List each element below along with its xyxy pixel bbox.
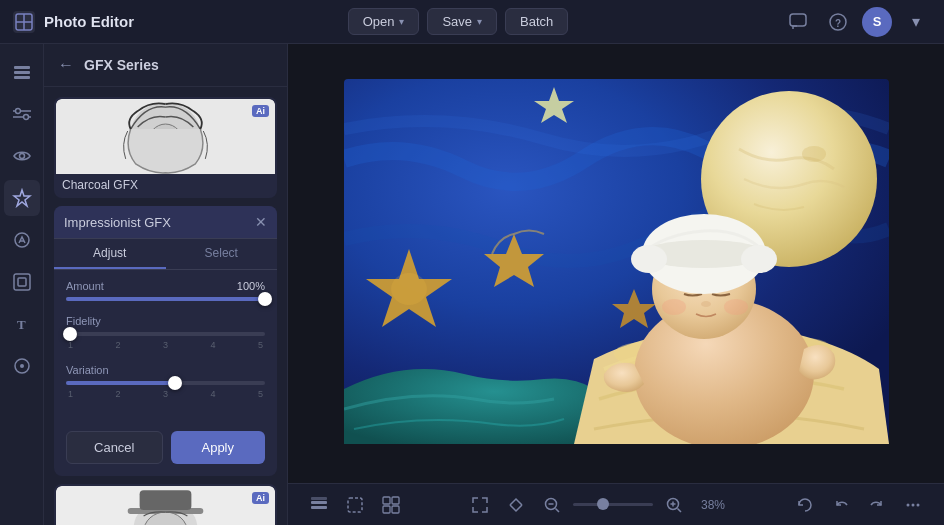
svg-point-41 [391, 273, 427, 305]
reset-button[interactable] [790, 490, 820, 520]
svg-rect-4 [790, 14, 806, 26]
impressionist-panel: Impressionist GFX ✕ Adjust Select Amount… [54, 206, 277, 476]
topbar-more-button[interactable]: ▾ [900, 6, 932, 38]
svg-point-36 [802, 146, 826, 162]
rail-adjustments-icon[interactable] [4, 96, 40, 132]
tab-select[interactable]: Select [166, 239, 278, 269]
icon-rail: T [0, 44, 44, 525]
svg-point-10 [15, 109, 20, 114]
fidelity-tick-4: 4 [210, 340, 215, 350]
batch-button[interactable]: Batch [505, 8, 568, 35]
panel-title: GFX Series [84, 57, 159, 73]
charcoal-thumb [56, 99, 275, 174]
zoom-in-button[interactable] [659, 490, 689, 520]
chat-button[interactable] [782, 6, 814, 38]
variation-slider-thumb[interactable] [168, 376, 182, 390]
logo-icon [12, 10, 36, 34]
fidelity-label: Fidelity [66, 315, 101, 327]
amount-slider-track[interactable] [66, 297, 265, 301]
app-title: Photo Editor [44, 13, 134, 30]
sketches-gfx-card[interactable]: Sketches GFX Ai [54, 484, 277, 525]
charcoal-ai-badge: Ai [252, 105, 269, 117]
sliders-section: Amount 100% Fidelity [54, 270, 277, 423]
svg-point-17 [15, 233, 29, 247]
sketch-thumb [56, 486, 275, 525]
photo-canvas [344, 79, 889, 448]
canvas-area: 38% [288, 44, 944, 525]
fidelity-slider-thumb[interactable] [63, 327, 77, 341]
svg-rect-19 [14, 274, 30, 290]
sketches-ai-badge: Ai [252, 492, 269, 504]
select-bottom-button[interactable] [340, 490, 370, 520]
impressionist-close-button[interactable]: ✕ [255, 214, 267, 230]
variation-slider-row: Variation 1 2 3 4 5 [66, 364, 265, 399]
variation-slider-track[interactable] [66, 381, 265, 385]
svg-point-54 [741, 245, 777, 273]
svg-rect-8 [14, 71, 30, 74]
redo-button[interactable] [862, 490, 892, 520]
open-button[interactable]: Open ▾ [348, 8, 420, 35]
charcoal-gfx-card[interactable]: Charcoal GFX Ai [54, 97, 277, 198]
zoom-out-button[interactable] [537, 490, 567, 520]
variation-tick-2: 2 [115, 389, 120, 399]
fidelity-tick-5: 5 [258, 340, 263, 350]
bottom-right [790, 490, 928, 520]
rail-layers-icon[interactable] [4, 54, 40, 90]
variation-slider-fill [66, 381, 175, 385]
save-button[interactable]: Save ▾ [427, 8, 497, 35]
zoom-slider-thumb[interactable] [597, 498, 609, 510]
fidelity-ticks: 1 2 3 4 5 [66, 340, 265, 350]
canvas-content [288, 44, 944, 483]
tab-adjust[interactable]: Adjust [54, 239, 166, 269]
more-button[interactable] [898, 490, 928, 520]
svg-rect-7 [14, 66, 30, 69]
svg-text:?: ? [835, 17, 841, 28]
expand-button[interactable] [501, 490, 531, 520]
svg-line-70 [678, 508, 682, 512]
svg-rect-57 [311, 506, 327, 509]
fidelity-label-row: Fidelity [66, 315, 265, 327]
grid-bottom-button[interactable] [376, 490, 406, 520]
rail-frames-icon[interactable] [4, 264, 40, 300]
rail-ai-icon[interactable] [4, 222, 40, 258]
fidelity-slider-row: Fidelity 1 2 3 4 5 [66, 315, 265, 350]
amount-slider-fill [66, 297, 265, 301]
apply-button[interactable]: Apply [171, 431, 266, 464]
svg-text:T: T [17, 317, 26, 332]
impressionist-title: Impressionist GFX [64, 215, 171, 230]
amount-slider-row: Amount 100% [66, 280, 265, 301]
zoom-slider[interactable] [573, 503, 653, 506]
open-chevron-icon: ▾ [399, 16, 404, 27]
variation-tick-3: 3 [163, 389, 168, 399]
svg-rect-60 [383, 497, 390, 504]
rail-eye-icon[interactable] [4, 138, 40, 174]
svg-rect-58 [311, 497, 327, 500]
help-button[interactable]: ? [822, 6, 854, 38]
impressionist-tabs: Adjust Select [54, 239, 277, 270]
svg-rect-56 [311, 501, 327, 504]
bottom-center: 38% [465, 490, 731, 520]
action-buttons: Cancel Apply [54, 423, 277, 476]
undo-button[interactable] [826, 490, 856, 520]
fidelity-tick-3: 3 [163, 340, 168, 350]
svg-point-71 [907, 503, 910, 506]
avatar[interactable]: S [862, 7, 892, 37]
rail-effects-icon[interactable] [4, 180, 40, 216]
rail-text-icon[interactable]: T [4, 306, 40, 342]
fidelity-slider-track[interactable] [66, 332, 265, 336]
bottom-left [304, 490, 406, 520]
rail-misc-icon[interactable] [4, 348, 40, 384]
svg-rect-9 [14, 76, 30, 79]
fit-button[interactable] [465, 490, 495, 520]
svg-point-72 [912, 503, 915, 506]
variation-ticks: 1 2 3 4 5 [66, 389, 265, 399]
back-button[interactable]: ← [56, 54, 76, 76]
amount-value: 100% [237, 280, 265, 292]
cancel-button[interactable]: Cancel [66, 431, 163, 464]
svg-rect-20 [18, 278, 26, 286]
layers-bottom-button[interactable] [304, 490, 334, 520]
fidelity-tick-2: 2 [115, 340, 120, 350]
svg-rect-59 [348, 498, 362, 512]
amount-label: Amount [66, 280, 104, 292]
amount-slider-thumb[interactable] [258, 292, 272, 306]
